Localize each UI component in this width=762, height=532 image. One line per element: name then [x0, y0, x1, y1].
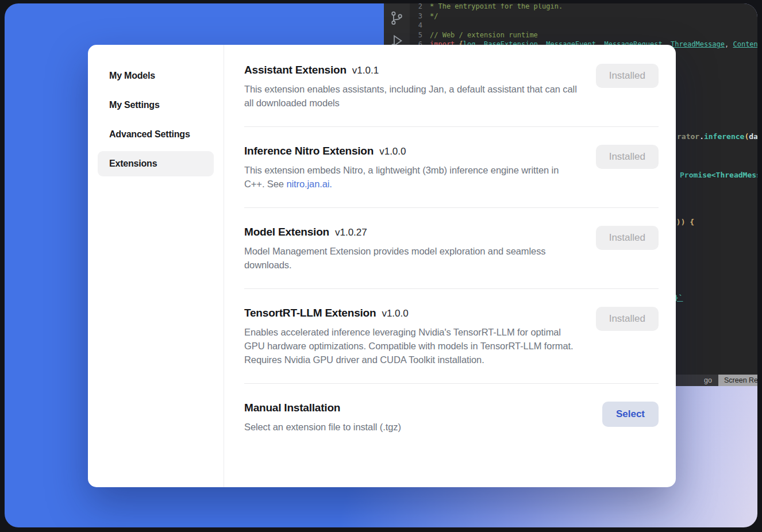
- extension-description: Model Management Extension provides mode…: [244, 244, 580, 272]
- screenshot-frame: 2 * The entrypoint for the plugin. 3 */ …: [0, 0, 762, 532]
- code-line: 3 */: [410, 11, 757, 21]
- code-line: 5 // Web / extension runtime: [410, 30, 757, 40]
- line-number: 3: [410, 11, 430, 21]
- sidebar-item-label: Advanced Settings: [109, 129, 190, 140]
- extension-description: This extension embeds Nitro, a lightweig…: [244, 163, 580, 191]
- extension-description: Select an extension file to install (.tg…: [244, 420, 401, 434]
- extension-name: Assistant Extension: [244, 64, 347, 76]
- code-line: 4: [410, 21, 757, 30]
- screen-reader-status[interactable]: Screen Reader Optimize: [718, 375, 757, 386]
- select-button[interactable]: Select: [602, 402, 659, 427]
- sidebar-item-my-settings[interactable]: My Settings: [98, 92, 214, 118]
- code-text: // Web / extension runtime: [430, 30, 538, 40]
- extension-version: v1.0.0: [379, 146, 406, 157]
- extensions-list: Assistant Extension v1.0.1 This extensio…: [224, 45, 676, 487]
- installed-button[interactable]: Installed: [596, 307, 659, 331]
- installed-button[interactable]: Installed: [596, 226, 659, 250]
- extension-name: TensortRT-LLM Extension: [244, 307, 376, 319]
- nitro-jan-ai-link[interactable]: nitro.jan.ai.: [286, 179, 332, 189]
- sidebar-item-advanced-settings[interactable]: Advanced Settings: [98, 122, 214, 147]
- sidebar-item-label: My Settings: [109, 100, 160, 110]
- code-text: * The entrypoint for the plugin.: [430, 3, 563, 11]
- line-number: 4: [410, 21, 430, 30]
- status-language[interactable]: go: [704, 376, 712, 384]
- code-text: */: [430, 11, 438, 21]
- extension-description: Enables accelerated inference leveraging…: [244, 325, 580, 367]
- extension-row-tensorrt-llm: TensortRT-LLM Extension v1.0.0 Enables a…: [244, 289, 659, 384]
- sidebar-item-label: Extensions: [109, 159, 157, 169]
- extension-row-inference-nitro: Inference Nitro Extension v1.0.0 This ex…: [244, 127, 659, 208]
- installed-button[interactable]: Installed: [596, 145, 659, 169]
- code-line: 2 * The entrypoint for the plugin.: [410, 3, 757, 11]
- extension-name: Manual Installation: [244, 402, 340, 414]
- extension-name: Model Extension: [244, 226, 329, 238]
- extension-row-manual-installation: Manual Installation Select an extension …: [244, 384, 659, 450]
- extension-description: This extension enables assistants, inclu…: [244, 82, 580, 110]
- line-number: 2: [410, 3, 430, 11]
- code-lines: 2 * The entrypoint for the plugin. 3 */ …: [410, 3, 757, 49]
- sidebar-item-extensions[interactable]: Extensions: [98, 151, 214, 176]
- sidebar-item-my-models[interactable]: My Models: [98, 63, 214, 88]
- settings-card: My Models My Settings Advanced Settings …: [88, 45, 676, 487]
- extension-row-model: Model Extension v1.0.27 Model Management…: [244, 208, 659, 289]
- background-gradient: 2 * The entrypoint for the plugin. 3 */ …: [5, 3, 757, 527]
- line-number: 5: [410, 30, 430, 40]
- extension-version: v1.0.27: [335, 227, 367, 238]
- extension-name: Inference Nitro Extension: [244, 145, 374, 157]
- code-fragment: rator.inference(data));: [677, 132, 757, 141]
- settings-sidebar: My Models My Settings Advanced Settings …: [88, 45, 224, 487]
- installed-button[interactable]: Installed: [596, 64, 659, 88]
- extension-version: v1.0.1: [352, 65, 379, 76]
- source-control-icon[interactable]: [389, 10, 405, 26]
- extension-version: v1.0.0: [382, 308, 408, 319]
- extension-row-assistant: Assistant Extension v1.0.1 This extensio…: [244, 46, 659, 127]
- sidebar-item-label: My Models: [109, 71, 155, 81]
- code-fragment: Promise<ThreadMessage>: [680, 171, 757, 179]
